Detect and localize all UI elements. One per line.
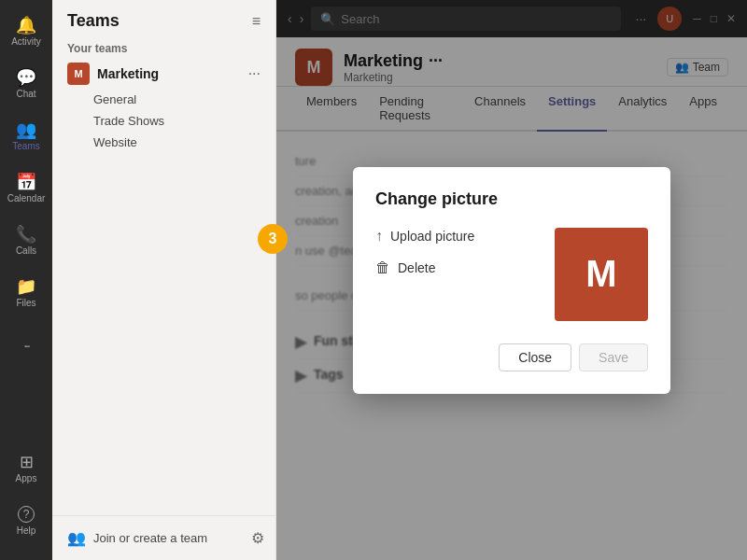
nav-item-chat[interactable]: 💬 Chat [4, 60, 49, 108]
nav-label-apps: Apps [16, 473, 37, 483]
nav-item-calls[interactable]: 📞 Calls [4, 217, 49, 265]
team-name-marketing: Marketing [97, 66, 248, 81]
team-item-marketing[interactable]: M Marketing ··· [56, 59, 272, 89]
nav-item-calendar[interactable]: 📅 Calendar [4, 164, 49, 213]
channel-item-general[interactable]: General [52, 89, 275, 110]
nav-label-teams: Teams [12, 141, 39, 151]
nav-item-teams[interactable]: 👥 Teams [4, 112, 49, 161]
team-more-icon[interactable]: ··· [248, 65, 261, 82]
nav-label-help: Help [17, 525, 36, 536]
join-team-label: Join or create a team [93, 531, 207, 545]
help-icon: ? [18, 506, 35, 523]
save-button[interactable]: Save [579, 343, 648, 371]
nav-label-files: Files [16, 298, 35, 308]
modal-footer: Close Save [375, 343, 648, 371]
activity-icon: 🔔 [16, 17, 36, 34]
modal-title: Change picture [375, 189, 648, 209]
apps-icon: ⊞ [20, 454, 34, 470]
delete-picture-option[interactable]: 🗑 Delete [375, 259, 532, 276]
channel-item-website[interactable]: Website [52, 132, 275, 153]
nav-item-more[interactable]: ··· [4, 321, 49, 370]
upload-picture-option[interactable]: ↑ Upload picture [375, 228, 532, 245]
join-team-button[interactable]: 👥 Join or create a team [63, 524, 211, 553]
sidebar-header: Teams ≡ [52, 0, 275, 38]
main-content: ‹ › 🔍 Search ··· U ─ □ ✕ M Marketing ··· [276, 0, 747, 560]
nav-item-apps[interactable]: ⊞ Apps [4, 444, 49, 493]
sidebar-footer: 👥 Join or create a team ⚙ [52, 515, 275, 560]
sidebar: Teams ≡ Your teams M Marketing ··· Gener… [52, 0, 276, 560]
step-badge: 3 [258, 224, 288, 254]
nav-bar: 🔔 Activity 💬 Chat 👥 Teams 📅 Calendar 📞 C… [0, 0, 52, 560]
chat-icon: 💬 [16, 69, 36, 86]
team-avatar-marketing: M [67, 63, 90, 85]
nav-item-help[interactable]: ? Help [4, 497, 49, 545]
calendar-icon: 📅 [16, 174, 36, 190]
teams-icon: 👥 [16, 121, 36, 138]
sidebar-settings-icon[interactable]: ⚙ [251, 529, 264, 547]
nav-label-calendar: Calendar [7, 193, 46, 203]
sidebar-menu-icon[interactable]: ≡ [252, 13, 261, 30]
delete-icon: 🗑 [375, 259, 390, 276]
nav-label-activity: Activity [11, 36, 41, 47]
upload-icon: ↑ [375, 228, 383, 245]
more-icon: ··· [23, 339, 29, 352]
nav-label-calls: Calls [16, 245, 36, 256]
nav-item-activity[interactable]: 🔔 Activity [4, 7, 49, 56]
delete-label: Delete [398, 260, 435, 275]
sidebar-section-label: Your teams [52, 38, 275, 59]
modal-options: ↑ Upload picture 🗑 Delete [375, 228, 532, 276]
files-icon: 📁 [16, 278, 36, 295]
modal-overlay: 3 Change picture ↑ Upload picture 🗑 Dele… [276, 0, 747, 560]
sidebar-title: Teams [67, 11, 120, 31]
upload-label: Upload picture [390, 229, 474, 244]
join-team-icon: 👥 [67, 529, 86, 547]
calls-icon: 📞 [16, 226, 36, 243]
channel-item-tradeshows[interactable]: Trade Shows [52, 110, 275, 132]
modal-preview-avatar: M [555, 228, 648, 321]
nav-label-chat: Chat [16, 89, 35, 99]
change-picture-modal: Change picture ↑ Upload picture 🗑 Delete… [353, 167, 670, 394]
close-button[interactable]: Close [499, 343, 571, 371]
nav-item-files[interactable]: 📁 Files [4, 269, 49, 317]
modal-body: ↑ Upload picture 🗑 Delete M [375, 228, 648, 321]
